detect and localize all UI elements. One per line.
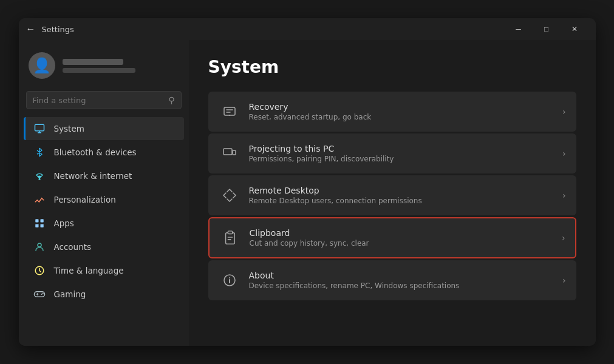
- window-title: Settings: [42, 25, 505, 34]
- settings-item-remote-desktop[interactable]: Remote Desktop Remote Desktop users, con…: [208, 175, 576, 215]
- search-icon: ⚲: [168, 95, 174, 105]
- svg-rect-15: [228, 231, 232, 234]
- time-icon: [33, 265, 46, 277]
- search-box[interactable]: ⚲: [26, 91, 182, 109]
- svg-point-1: [38, 178, 40, 180]
- sidebar-item-bluetooth-label: Bluetooth & devices: [54, 147, 137, 157]
- window-controls: ─ □ ✕: [505, 19, 588, 39]
- close-button[interactable]: ✕: [561, 19, 588, 39]
- remote-desktop-icon: [219, 184, 240, 206]
- user-info: [63, 59, 135, 73]
- projecting-title: Projecting to this PC: [249, 144, 562, 153]
- sidebar-item-accounts-label: Accounts: [54, 242, 92, 252]
- sidebar-item-personalization-label: Personalization: [54, 195, 116, 204]
- sidebar-item-personalization[interactable]: Personalization: [24, 188, 184, 211]
- settings-item-about[interactable]: About Device specifications, rename PC, …: [208, 260, 576, 300]
- svg-point-9: [41, 294, 42, 295]
- about-title: About: [249, 271, 562, 280]
- accounts-icon: [33, 241, 46, 253]
- remote-desktop-title: Remote Desktop: [249, 186, 562, 195]
- sidebar-item-system[interactable]: System: [24, 117, 184, 140]
- content-area: 👤 ⚲: [19, 40, 596, 346]
- svg-rect-8: [34, 292, 44, 297]
- user-icon: 👤: [33, 57, 51, 74]
- avatar: 👤: [29, 52, 55, 79]
- back-button[interactable]: ←: [26, 24, 36, 35]
- minimize-button[interactable]: ─: [505, 19, 533, 39]
- svg-rect-3: [40, 219, 43, 222]
- clipboard-title: Clipboard: [250, 228, 562, 238]
- svg-point-17: [229, 277, 230, 278]
- recovery-desc: Reset, advanced startup, go back: [249, 113, 562, 121]
- gaming-icon: [33, 288, 46, 300]
- sidebar-item-accounts[interactable]: Accounts: [24, 235, 184, 258]
- sidebar-item-time-label: Time & language: [54, 266, 124, 275]
- sidebar-item-gaming-label: Gaming: [54, 289, 86, 299]
- about-desc: Device specifications, rename PC, Window…: [249, 281, 562, 290]
- sidebar-item-time[interactable]: Time & language: [24, 259, 184, 282]
- svg-rect-11: [224, 107, 235, 115]
- sidebar-item-gaming[interactable]: Gaming: [24, 283, 184, 306]
- user-email: [63, 68, 135, 73]
- personalization-icon: [33, 194, 46, 206]
- sidebar: 👤 ⚲: [19, 40, 189, 346]
- settings-item-recovery[interactable]: Recovery Reset, advanced startup, go bac…: [208, 92, 576, 132]
- clipboard-chevron: ›: [562, 233, 565, 243]
- recovery-title: Recovery: [249, 102, 562, 112]
- nav-list: System Bluetooth & devices: [19, 116, 189, 306]
- user-name: [63, 59, 123, 65]
- about-icon: [219, 269, 240, 291]
- sidebar-item-apps[interactable]: Apps: [24, 212, 184, 235]
- sidebar-item-system-label: System: [54, 124, 84, 133]
- projecting-text: Projecting to this PC Permissions, pairi…: [249, 144, 562, 163]
- about-chevron: ›: [562, 275, 566, 285]
- clipboard-text: Clipboard Cut and copy history, sync, cl…: [250, 228, 562, 248]
- remote-desktop-desc: Remote Desktop users, connection permiss…: [249, 197, 562, 205]
- about-text: About Device specifications, rename PC, …: [249, 271, 562, 290]
- settings-item-clipboard[interactable]: Clipboard Cut and copy history, sync, cl…: [208, 217, 576, 258]
- recovery-icon: [219, 101, 240, 123]
- remote-desktop-text: Remote Desktop Remote Desktop users, con…: [249, 186, 562, 205]
- projecting-desc: Permissions, pairing PIN, discoverabilit…: [249, 155, 562, 163]
- page-title: System: [208, 57, 576, 77]
- svg-rect-2: [35, 219, 38, 222]
- clipboard-icon: [219, 227, 241, 249]
- settings-window: ← Settings ─ □ ✕ 👤 ⚲: [19, 18, 596, 346]
- sidebar-item-network[interactable]: Network & internet: [24, 164, 184, 187]
- user-section: 👤: [19, 47, 189, 89]
- svg-point-6: [38, 243, 41, 247]
- monitor-icon: [33, 123, 46, 135]
- bluetooth-icon: [33, 146, 46, 158]
- sidebar-item-bluetooth[interactable]: Bluetooth & devices: [24, 141, 184, 164]
- settings-list: Recovery Reset, advanced startup, go bac…: [208, 92, 576, 300]
- svg-rect-13: [233, 150, 236, 155]
- settings-item-projecting[interactable]: Projecting to this PC Permissions, pairi…: [208, 133, 576, 174]
- titlebar: ← Settings ─ □ ✕: [19, 18, 596, 40]
- clipboard-desc: Cut and copy history, sync, clear: [250, 239, 562, 248]
- recovery-chevron: ›: [562, 107, 566, 116]
- remote-desktop-chevron: ›: [562, 190, 566, 200]
- sidebar-item-network-label: Network & internet: [54, 171, 132, 181]
- svg-rect-4: [35, 224, 38, 228]
- recovery-text: Recovery Reset, advanced startup, go bac…: [249, 102, 562, 121]
- svg-rect-14: [225, 233, 234, 244]
- projecting-chevron: ›: [562, 149, 566, 158]
- main-content: System Recovery Reset, advanced startup,…: [189, 40, 596, 346]
- maximize-button[interactable]: □: [533, 19, 561, 39]
- svg-rect-5: [40, 224, 43, 228]
- sidebar-item-apps-label: Apps: [54, 218, 74, 228]
- svg-point-10: [42, 293, 43, 294]
- search-input[interactable]: [33, 96, 164, 105]
- apps-icon: [33, 217, 46, 229]
- network-icon: [33, 170, 46, 182]
- projecting-icon: [219, 143, 240, 164]
- svg-rect-12: [223, 149, 232, 155]
- svg-rect-0: [35, 124, 44, 131]
